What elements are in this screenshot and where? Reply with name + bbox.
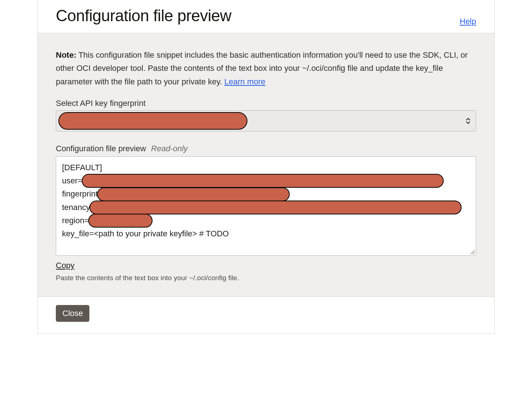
preview-label-row: Configuration file preview Read-only bbox=[56, 144, 476, 153]
dialog-footer: Close bbox=[38, 297, 494, 334]
cfg-line-region: region= bbox=[62, 214, 470, 227]
dialog-header: Configuration file preview Help bbox=[38, 0, 494, 33]
cfg-line-tenancy: tenancy bbox=[62, 201, 470, 214]
cfg-line-fingerprint: fingerprint bbox=[62, 187, 470, 201]
help-link[interactable]: Help bbox=[460, 17, 476, 26]
readonly-tag: Read-only bbox=[151, 144, 188, 153]
note-prefix: Note: bbox=[56, 50, 76, 60]
config-file-preview-dialog: Configuration file preview Help Note: Th… bbox=[37, 0, 495, 334]
cfg-line-user: user= bbox=[62, 174, 470, 187]
config-preview-textarea[interactable]: [DEFAULT] user= fingerprint tenancy regi… bbox=[56, 156, 476, 256]
copy-link[interactable]: Copy bbox=[56, 261, 74, 270]
svg-line-2 bbox=[474, 253, 475, 254]
resize-handle-icon[interactable] bbox=[469, 249, 475, 255]
learn-more-link[interactable]: Learn more bbox=[224, 77, 266, 86]
preview-label: Configuration file preview bbox=[56, 144, 146, 153]
redacted-fingerprint-value bbox=[58, 112, 247, 130]
redacted-user-value bbox=[82, 174, 444, 188]
dialog-body: Note: This configuration file snippet in… bbox=[38, 33, 494, 297]
redacted-fingerprint-value-line bbox=[97, 187, 290, 201]
dialog-title: Configuration file preview bbox=[56, 7, 231, 25]
fingerprint-select-label: Select API key fingerprint bbox=[56, 99, 476, 108]
redacted-tenancy-value bbox=[89, 201, 462, 214]
cfg-line-default: [DEFAULT] bbox=[62, 161, 470, 174]
close-button[interactable]: Close bbox=[56, 305, 89, 322]
chevron-updown-icon bbox=[466, 118, 471, 124]
fingerprint-select[interactable] bbox=[56, 110, 476, 132]
cfg-line-keyfile: key_file=<path to your private keyfile> … bbox=[62, 227, 470, 240]
copy-hint: Paste the contents of the text box into … bbox=[56, 274, 476, 282]
note-text: Note: This configuration file snippet in… bbox=[56, 49, 476, 88]
redacted-region-value bbox=[88, 214, 153, 228]
